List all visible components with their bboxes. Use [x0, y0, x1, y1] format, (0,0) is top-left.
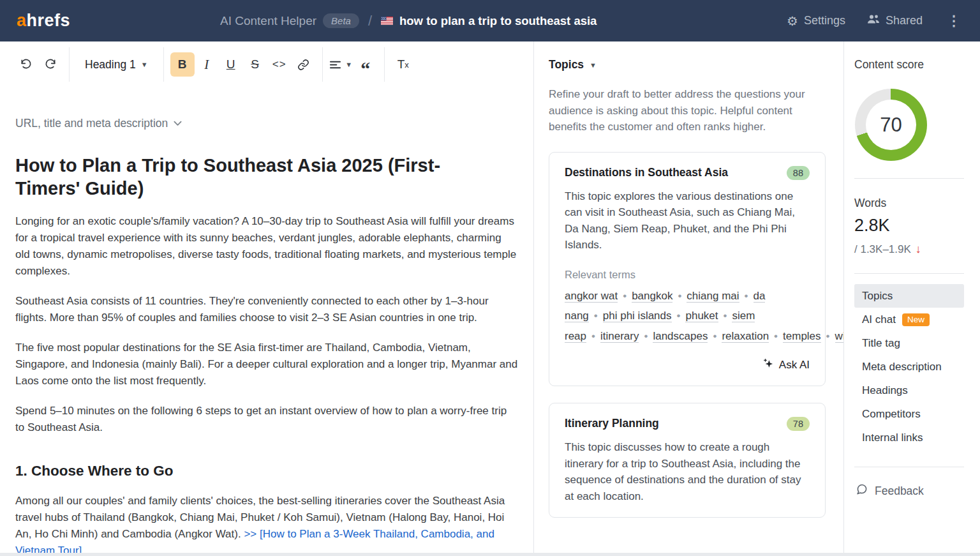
topic-card-description: This topic discusses how to create a rou…	[565, 439, 810, 504]
paragraph: Spend 5–10 minutes on the following 6 st…	[15, 403, 518, 436]
undo-button[interactable]	[14, 52, 38, 77]
ahrefs-logo[interactable]: ahrefs	[17, 11, 70, 31]
relevant-term[interactable]: itinerary	[600, 330, 639, 343]
paragraph: Among all our couples' and family client…	[15, 493, 518, 556]
settings-label: Settings	[804, 14, 845, 27]
relevant-terms-label: Relevant terms	[565, 269, 810, 281]
bold-button[interactable]: B	[170, 52, 195, 77]
sidebar-item-label: Headings	[862, 384, 908, 397]
words-value: 2.8K	[854, 216, 964, 236]
relevant-term[interactable]: relaxation	[722, 330, 769, 343]
breadcrumb-separator: /	[368, 13, 372, 29]
content-score-value: 70	[866, 100, 916, 150]
link-button[interactable]	[292, 52, 316, 77]
topic-score-badge: 78	[787, 417, 810, 431]
italic-button[interactable]: I	[195, 52, 219, 77]
term-separator-dot: •	[713, 330, 716, 342]
sidebar-item-label: Topics	[862, 290, 893, 303]
topics-dropdown[interactable]: Topics ▼	[549, 58, 826, 71]
sidebar-nav: TopicsAI chatNewTitle tagMeta descriptio…	[854, 284, 964, 449]
words-range: / 1.3K–1.9K ↓	[854, 243, 964, 256]
term-separator-dot: •	[623, 290, 627, 302]
relevant-term[interactable]: chiang mai	[687, 290, 739, 303]
sidebar-item-label: Title tag	[862, 337, 900, 350]
strikethrough-button[interactable]: S	[243, 52, 267, 77]
term-separator-dot: •	[678, 290, 681, 302]
navbar-center: AI Content Helper Beta / how to plan a t…	[220, 13, 750, 29]
top-navbar: ahrefs AI Content Helper Beta / how to p…	[0, 0, 980, 41]
topic-card-description: This topic explores the various destinat…	[565, 188, 810, 253]
more-menu-button[interactable]: ⋮	[944, 13, 963, 29]
ask-ai-button[interactable]: Ask AI	[762, 357, 810, 373]
relevant-term[interactable]: angkor wat	[565, 290, 618, 303]
sidebar-item-label: Meta description	[862, 361, 942, 373]
shared-button[interactable]: Shared	[867, 14, 923, 27]
url-meta-collapse-toggle[interactable]: URL, title and meta description	[15, 117, 518, 130]
navbar-actions: ⚙ Settings Shared ⋮	[787, 13, 963, 29]
topic-score-badge: 88	[787, 166, 810, 180]
ask-ai-label: Ask AI	[779, 359, 810, 372]
people-icon	[867, 14, 880, 27]
term-separator-dot: •	[591, 330, 595, 342]
sidebar-item-meta-description[interactable]: Meta description	[854, 355, 964, 379]
paragraph: The five most popular destinations for t…	[15, 340, 518, 389]
app-title: AI Content Helper	[220, 14, 316, 28]
align-dropdown-button[interactable]: ▼	[329, 52, 353, 77]
divider	[854, 273, 964, 274]
chevron-down-icon: ▼	[590, 61, 597, 69]
term-separator-dot: •	[774, 330, 778, 342]
sidebar-item-topics[interactable]: Topics	[854, 284, 964, 308]
settings-button[interactable]: ⚙ Settings	[787, 14, 845, 27]
sidebar-item-headings[interactable]: Headings	[854, 379, 964, 402]
term-separator-dot: •	[644, 330, 648, 342]
term-separator-dot: •	[594, 310, 598, 322]
term-separator-dot: •	[745, 290, 748, 302]
term-separator-dot: •	[826, 330, 830, 342]
article-title: How to Plan a Trip to Southeast Asia 202…	[15, 154, 500, 200]
topic-card-title: Itinerary Planning	[565, 417, 659, 430]
relevant-term[interactable]: bangkok	[632, 290, 672, 303]
beta-badge: Beta	[323, 13, 359, 28]
topics-panel: Topics ▼ Refine your draft to better add…	[534, 41, 844, 556]
words-range-text: / 1.3K–1.9K	[854, 243, 911, 256]
sidebar-item-label: AI chat	[862, 313, 896, 326]
feedback-button[interactable]: Feedback	[854, 483, 964, 499]
relevant-term[interactable]: landscapes	[653, 330, 708, 343]
sidebar-item-ai-chat[interactable]: AI chatNew	[854, 308, 964, 331]
editor-content[interactable]: URL, title and meta description How to P…	[0, 87, 533, 556]
sidebar-item-label: Internal links	[862, 432, 923, 444]
redo-button[interactable]	[38, 52, 63, 77]
underline-button[interactable]: U	[219, 52, 243, 77]
new-badge: New	[902, 313, 930, 326]
editor-toolbar: Heading 1 ▼ B I U S <> ▼ “	[0, 41, 533, 87]
chevron-down-icon: ▼	[141, 61, 148, 68]
speech-bubble-icon	[856, 483, 868, 499]
code-button[interactable]: <>	[267, 52, 292, 77]
us-flag-icon	[381, 17, 393, 25]
chevron-down-icon	[174, 121, 182, 126]
url-meta-label: URL, title and meta description	[15, 117, 168, 130]
sidebar-item-competitors[interactable]: Competitors	[854, 402, 964, 426]
blockquote-button[interactable]: “	[353, 52, 378, 77]
divider	[854, 467, 964, 467]
shared-label: Shared	[886, 14, 923, 27]
topic-card: Itinerary Planning 78 This topic discuss…	[549, 403, 826, 518]
relevant-term[interactable]: temples	[783, 330, 821, 343]
relevant-term[interactable]: phi phi islands	[603, 310, 672, 322]
topic-card-title: Destinations in Southeast Asia	[565, 166, 728, 179]
sidebar-item-label: Competitors	[862, 408, 921, 421]
sidebar-item-internal-links[interactable]: Internal links	[854, 426, 964, 449]
sidebar-item-title-tag[interactable]: Title tag	[854, 331, 964, 355]
relevant-term[interactable]: wildlife	[835, 330, 844, 343]
window-bottom-edge	[0, 553, 980, 556]
content-score-label: Content score	[854, 58, 964, 71]
relevant-terms-list: angkor wat•bangkok•chiang mai•da nang•ph…	[565, 286, 810, 347]
paragraph: Southeast Asia consists of 11 countries.…	[15, 293, 518, 326]
relevant-term[interactable]: phuket	[685, 310, 718, 322]
clear-formatting-button[interactable]: Tx	[391, 52, 415, 77]
topic-card: Destinations in Southeast Asia 88 This t…	[549, 152, 826, 387]
score-sidebar: Content score 70 Words 2.8K / 1.3K–1.9K …	[844, 41, 979, 556]
heading-style-dropdown[interactable]: Heading 1 ▼	[76, 58, 157, 71]
divider	[854, 178, 964, 179]
heading-style-label: Heading 1	[85, 58, 136, 71]
